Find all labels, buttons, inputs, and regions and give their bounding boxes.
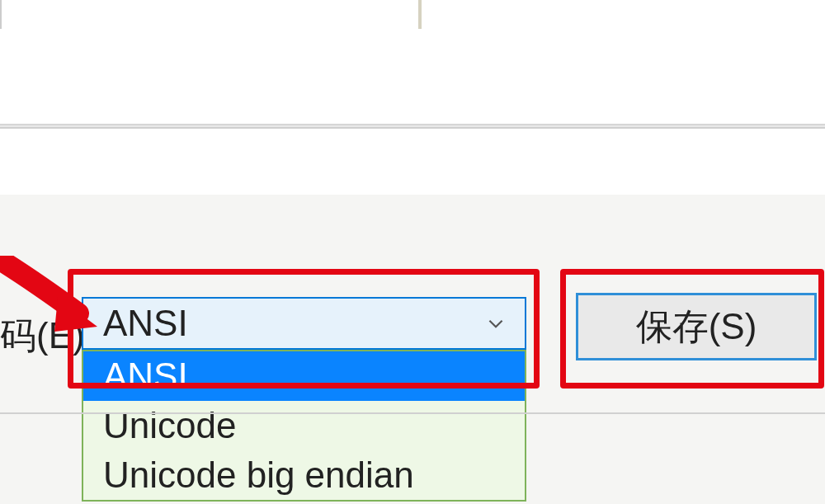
thumbnail-doc-icon [418,0,422,29]
thumbnail-row [0,0,825,33]
encoding-combobox[interactable]: ANSI [82,297,526,350]
encoding-selected-value: ANSI [103,303,188,344]
chevron-down-icon [482,309,510,337]
encoding-option-unicode[interactable]: Unicode [83,401,525,450]
panel-divider-lower [0,412,825,414]
filebrowser-upper-area [0,33,825,124]
encoding-option-unicode-be[interactable]: Unicode big endian [83,450,525,500]
panel-divider [0,124,825,129]
encoding-option-ansi[interactable]: ANSI [83,351,525,401]
filename-row-area [0,129,825,195]
save-button-label: 保存(S) [636,303,757,351]
save-button[interactable]: 保存(S) [576,293,817,360]
thumbnail-image [0,0,2,29]
encoding-dropdown-list[interactable]: ANSI Unicode Unicode big endian [82,350,526,502]
encoding-label: 码(E): [0,312,95,360]
